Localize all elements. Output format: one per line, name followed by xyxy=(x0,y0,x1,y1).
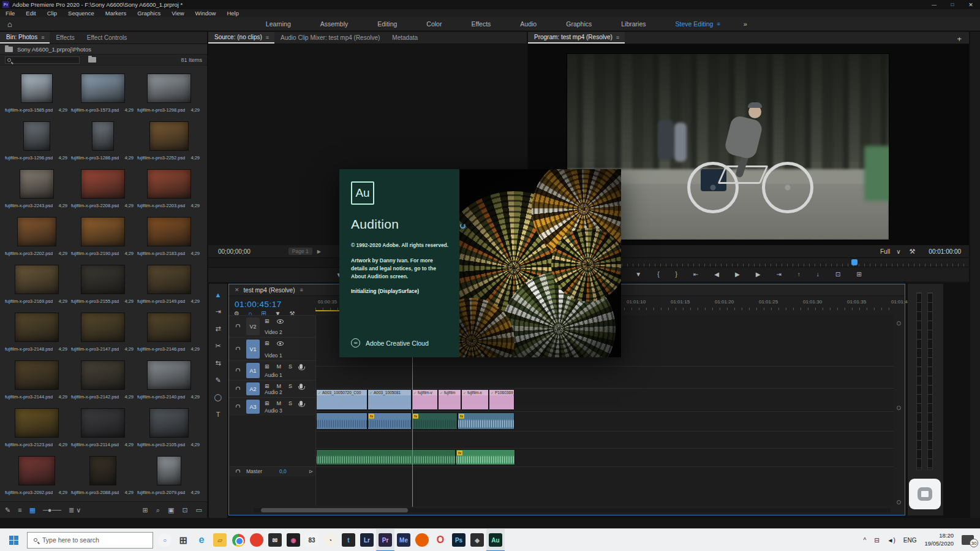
add-marker-icon[interactable]: ▼ xyxy=(635,271,641,278)
bin-item[interactable]: fujifilm-x-pro3-2142.psd4;29 xyxy=(70,355,136,403)
bin-item[interactable]: fujifilm-x-pro3-2202.psd4;29 xyxy=(4,211,70,259)
close-icon[interactable]: ✕ xyxy=(229,287,244,293)
vertical-zoom-handle[interactable] xyxy=(897,500,901,504)
calendar-icon[interactable]: 83 xyxy=(303,529,321,551)
workspace-tab-graphics[interactable]: Graphics xyxy=(551,20,606,28)
sync-lock-icon[interactable]: ⊞ xyxy=(265,340,270,346)
timeline-tab-label[interactable]: test mp4 (Resolve) xyxy=(244,287,295,294)
mute-toggle[interactable]: M xyxy=(277,363,282,370)
panel-menu-icon[interactable]: ≡ xyxy=(616,34,619,40)
sync-lock-icon[interactable]: ⊞ xyxy=(265,363,270,370)
new-bin-icon[interactable]: ▣ xyxy=(168,506,174,514)
track-header-a2[interactable]: A2⊞MSAudio 2 xyxy=(229,380,315,397)
bin-item[interactable]: fujifilm-x-pro3-2208.psd4;29 xyxy=(70,164,136,211)
step-back-icon[interactable]: ◀ xyxy=(714,271,719,278)
sync-lock-icon[interactable]: ⊞ xyxy=(265,383,270,389)
add-button[interactable]: + xyxy=(957,34,962,44)
bin-item[interactable]: fujifilm-x-pro3-2252.psd4;29 xyxy=(136,116,202,164)
menu-clip[interactable]: Clip xyxy=(42,10,62,17)
track-target-a1[interactable]: A1 xyxy=(246,363,260,378)
clock[interactable]: 18:20 19/05/2020 xyxy=(924,532,954,548)
menu-help[interactable]: Help xyxy=(221,10,244,17)
zoom-slider[interactable]: ─●── xyxy=(43,506,61,514)
slip-tool[interactable]: ⇆ xyxy=(215,359,221,367)
edge-icon[interactable]: e xyxy=(192,529,211,551)
track-target-v2[interactable]: V2 xyxy=(246,317,260,335)
track-target-a3[interactable]: A3 xyxy=(246,400,260,414)
program-playhead[interactable] xyxy=(851,259,858,265)
workspace-overflow-icon[interactable]: » xyxy=(744,20,747,28)
source-page-next-icon[interactable]: ▶ xyxy=(317,249,321,254)
track-header-v2[interactable]: V2⊞Video 2 xyxy=(229,315,315,337)
new-item-icon[interactable]: ⊡ xyxy=(182,506,187,514)
opera-icon[interactable]: O xyxy=(431,529,450,551)
ripple-edit-tool[interactable]: ⇄ xyxy=(215,325,221,333)
bin-item[interactable]: fujifilm-x-pro3-1585.psd4;29 xyxy=(4,68,70,116)
edit-in-icon[interactable]: ✎ xyxy=(5,506,10,514)
bin-item[interactable]: fujifilm-x-pro3-1286.psd4;29 xyxy=(70,116,136,164)
hand-tool[interactable]: ◯ xyxy=(214,393,222,401)
solo-toggle[interactable]: S xyxy=(288,383,292,389)
bin-item[interactable]: fujifilm-x-pro3-1298.psd4;29 xyxy=(136,68,202,116)
bin-item[interactable]: fujifilm-x-pro3-2149.psd4;29 xyxy=(136,259,202,307)
twitter-icon[interactable]: t xyxy=(339,529,358,551)
audio-clip[interactable] xyxy=(316,449,456,465)
menu-file[interactable]: File xyxy=(0,10,20,17)
bin-search-input[interactable] xyxy=(5,56,80,64)
type-tool[interactable]: T xyxy=(216,411,221,418)
solo-toggle[interactable]: S xyxy=(288,363,292,370)
bin-item[interactable]: fujifilm-x-pro3-2147.psd4;29 xyxy=(70,307,136,355)
audio-clip[interactable] xyxy=(316,412,368,430)
panel-menu-icon[interactable]: ≡ xyxy=(41,34,43,40)
mark-out-icon[interactable]: } xyxy=(676,271,677,278)
track-target-a2[interactable]: A2 xyxy=(246,382,260,395)
track-header-a1[interactable]: A1⊞MSAudio 1 xyxy=(229,360,315,380)
bin-item[interactable]: fujifilm-x-pro3-2169.psd4;29 xyxy=(4,259,70,307)
close-button[interactable]: ✕ xyxy=(962,0,980,9)
workspace-tab-editing[interactable]: Editing xyxy=(363,20,412,28)
mute-toggle[interactable]: M xyxy=(277,383,282,389)
file-explorer-icon[interactable]: ▱ xyxy=(211,529,229,551)
program-tab[interactable]: Program: test mp4 (Resolve) ≡ xyxy=(528,32,625,44)
bin-item[interactable]: fujifilm-x-pro3-1296.psd4;29 xyxy=(4,116,70,164)
tab-effect-controls[interactable]: Effect Controls xyxy=(81,32,133,44)
comparison-view-icon[interactable]: ⊞ xyxy=(856,271,861,278)
program-zoom-select[interactable]: Full ∨ xyxy=(880,248,900,255)
menu-view[interactable]: View xyxy=(166,10,189,17)
audio-clip[interactable]: fx xyxy=(458,412,514,430)
workspace-tab-audio[interactable]: Audio xyxy=(505,20,551,28)
icon-view-icon[interactable]: ▦ xyxy=(29,506,36,514)
vertical-zoom-handle[interactable] xyxy=(897,406,901,410)
app-icon-dark[interactable]: ◆ xyxy=(468,529,486,551)
browser-red-icon[interactable] xyxy=(247,529,266,551)
audio-clip[interactable]: fx xyxy=(368,412,412,430)
track-visibility-icon[interactable] xyxy=(277,341,284,346)
automate-to-sequence-icon[interactable]: ⊞ xyxy=(143,506,148,514)
bin-item[interactable]: fujifilm-x-pro3-1573.psd4;29 xyxy=(70,68,136,116)
tab-metadata[interactable]: Metadata xyxy=(386,32,424,44)
bin-item[interactable]: fujifilm-x-pro3-2243.psd4;29 xyxy=(4,164,70,211)
audio-clip[interactable]: fx xyxy=(456,449,515,465)
tab-effects[interactable]: Effects xyxy=(50,32,80,44)
vertical-zoom-handle[interactable] xyxy=(897,321,901,325)
voiceover-record-icon[interactable] xyxy=(300,384,303,389)
bin-item[interactable]: fujifilm-x-pro3-2203.psd4;29 xyxy=(136,164,202,211)
firefox-icon[interactable] xyxy=(413,529,431,551)
master-volume-value[interactable]: 0,0 xyxy=(279,468,287,474)
workspace-tab-steve-editing[interactable]: Steve Editing≡ xyxy=(661,20,735,28)
lightroom-icon[interactable]: Lr xyxy=(358,529,376,551)
media-encoder-icon[interactable]: Me xyxy=(394,529,413,551)
bin-path-row[interactable]: Sony A6600_1.prproj\Photos xyxy=(0,44,207,55)
action-center-icon[interactable]: 30 xyxy=(962,535,974,545)
workspace-tab-color[interactable]: Color xyxy=(412,20,456,28)
video-clip[interactable]: ✓P1060369_1 xyxy=(489,389,514,410)
bin-item[interactable]: fujifilm-x-pro3-2079.psd4;29 xyxy=(136,450,202,498)
mail-icon[interactable]: ✉ xyxy=(266,529,284,551)
track-header-a3[interactable]: A3⊞MSAudio 3 xyxy=(229,397,315,416)
source-timecode[interactable]: 00;00;00;00 xyxy=(218,248,251,255)
video-clip[interactable]: ✓fujifilm-v xyxy=(412,389,438,410)
workspace-tab-learning[interactable]: Learning xyxy=(251,20,306,28)
bin-item[interactable]: fujifilm-x-pro3-2155.psd4;29 xyxy=(70,259,136,307)
sync-lock-icon[interactable]: ⊞ xyxy=(265,400,270,406)
tab-bin-photos[interactable]: Bin: Photos≡ xyxy=(0,32,50,44)
